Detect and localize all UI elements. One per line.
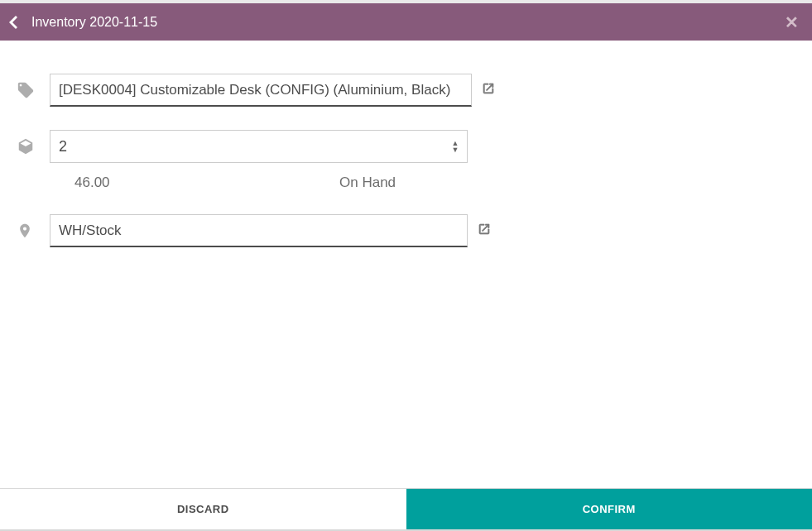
confirm-button[interactable]: CONFIRM (406, 489, 813, 529)
map-pin-icon (17, 222, 33, 240)
location-external-link[interactable] (478, 222, 491, 239)
chevron-left-icon (9, 16, 17, 29)
product-row (17, 74, 795, 107)
close-button[interactable]: ✕ (779, 3, 804, 41)
quantity-input[interactable] (50, 131, 447, 162)
product-input[interactable] (50, 74, 472, 107)
product-external-link[interactable] (482, 82, 495, 98)
quantity-field: ▲ ▼ (50, 130, 468, 163)
tag-icon (17, 81, 35, 99)
external-link-icon (478, 222, 491, 236)
on-hand-value: 46.00 (53, 175, 339, 191)
location-input[interactable] (50, 214, 468, 247)
page-title: Inventory 2020-11-15 (31, 15, 157, 30)
on-hand-label: On Hand (339, 175, 396, 191)
external-link-icon (482, 82, 495, 95)
footer-actions: DISCARD CONFIRM (0, 488, 812, 529)
cube-icon (17, 137, 35, 155)
header-bar: Inventory 2020-11-15 ✕ (0, 3, 812, 41)
form-content: ▲ ▼ 46.00 On Hand (0, 41, 812, 247)
quantity-spinner: ▲ ▼ (447, 140, 464, 153)
location-row (17, 214, 795, 247)
quantity-input-wrapper: ▲ ▼ (50, 130, 468, 163)
back-button[interactable] (0, 3, 26, 41)
spinner-down[interactable]: ▼ (452, 146, 459, 153)
on-hand-row: 46.00 On Hand (17, 175, 795, 191)
product-icon-col (17, 81, 50, 99)
close-icon: ✕ (785, 12, 799, 32)
discard-button[interactable]: DISCARD (0, 489, 406, 529)
location-field (50, 214, 491, 247)
location-icon-col (17, 222, 50, 240)
quantity-icon-col (17, 137, 50, 155)
product-field (50, 74, 495, 107)
quantity-row: ▲ ▼ (17, 130, 795, 163)
